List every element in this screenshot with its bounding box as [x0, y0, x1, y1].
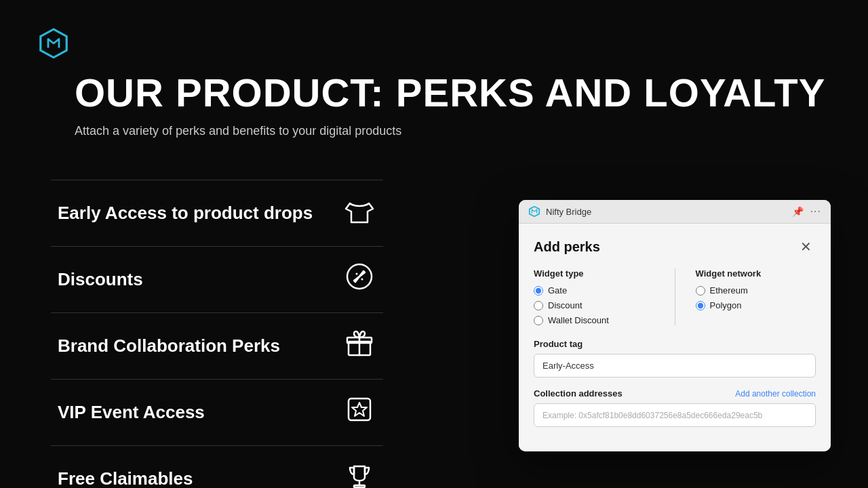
widget-network-label: Widget network [696, 268, 816, 279]
radio-polygon-input[interactable] [696, 301, 705, 310]
collection-header: Collection addresses Add another collect… [534, 388, 816, 399]
perk-label: VIP Event Access [58, 402, 205, 423]
perk-icon [342, 262, 376, 298]
collection-address-input[interactable] [534, 403, 816, 427]
radio-wallet-discount-input[interactable] [534, 316, 543, 325]
perk-item: Discounts [51, 247, 383, 313]
perk-icon [342, 195, 376, 231]
more-options-icon[interactable]: ··· [810, 205, 821, 218]
radio-polygon[interactable]: Polygon [696, 300, 816, 310]
perk-item: Early Access to product drops [51, 180, 383, 247]
perk-item: Brand Collaboration Perks [51, 313, 383, 380]
svg-marker-7 [352, 403, 367, 416]
perk-item: Free Claimables [51, 446, 383, 488]
radio-polygon-label: Polygon [710, 300, 742, 310]
page-subtitle: Attach a variety of perks and benefits t… [75, 124, 825, 138]
radio-ethereum-label: Ethereum [710, 285, 748, 296]
titlebar-actions: 📌 ··· [792, 205, 821, 218]
perk-label: Early Access to product drops [58, 203, 313, 224]
radio-discount-label: Discount [548, 300, 583, 310]
widget-body: Add perks ✕ Widget type Gate Discount [519, 224, 831, 451]
radio-discount[interactable]: Discount [534, 300, 654, 310]
product-tag-field: Product tag [534, 339, 816, 378]
perk-item: VIP Event Access [51, 380, 383, 446]
nifty-bridge-icon [528, 205, 540, 218]
widget-titlebar-title: Nifty Bridge [546, 207, 787, 217]
form-type-network-row: Widget type Gate Discount Wallet Discoun… [534, 268, 816, 325]
perk-label: Free Claimables [58, 468, 193, 488]
radio-ethereum-input[interactable] [696, 286, 705, 296]
divider [675, 268, 675, 325]
perks-list: Early Access to product dropsDiscountsBr… [51, 180, 383, 488]
widget-network-section: Widget network Ethereum Polygon [696, 268, 816, 325]
radio-gate-input[interactable] [534, 286, 543, 296]
perk-label: Brand Collaboration Perks [58, 336, 280, 357]
perk-icon [342, 328, 376, 364]
perk-icon [342, 461, 376, 488]
perk-icon [342, 394, 376, 430]
widget-header-row: Add perks ✕ [534, 237, 816, 256]
widget-titlebar: Nifty Bridge 📌 ··· [519, 200, 831, 224]
collection-addresses-label: Collection addresses [534, 388, 623, 399]
widget-network-radio-group: Ethereum Polygon [696, 285, 816, 310]
collection-addresses-field: Collection addresses Add another collect… [534, 388, 816, 427]
widget-type-label: Widget type [534, 268, 654, 279]
perk-label: Discounts [58, 269, 143, 290]
radio-ethereum[interactable]: Ethereum [696, 285, 816, 296]
svg-rect-9 [354, 485, 365, 487]
radio-wallet-discount[interactable]: Wallet Discount [534, 315, 654, 325]
radio-gate[interactable]: Gate [534, 285, 654, 296]
add-perks-title: Add perks [534, 239, 600, 255]
add-another-collection-link[interactable]: Add another collection [735, 389, 816, 399]
close-button[interactable]: ✕ [796, 237, 816, 256]
radio-gate-label: Gate [548, 285, 567, 296]
product-tag-input[interactable] [534, 354, 816, 378]
pin-icon[interactable]: 📌 [792, 206, 804, 217]
svg-rect-6 [349, 399, 370, 420]
radio-wallet-discount-label: Wallet Discount [548, 315, 609, 325]
page-title: OUR PRODUCT: PERKS AND LOYALTY [75, 71, 825, 115]
header-section: OUR PRODUCT: PERKS AND LOYALTY Attach a … [75, 71, 825, 138]
radio-discount-input[interactable] [534, 301, 543, 310]
product-tag-label: Product tag [534, 339, 816, 349]
widget-type-section: Widget type Gate Discount Wallet Discoun… [534, 268, 654, 325]
widget-panel: Nifty Bridge 📌 ··· Add perks ✕ Widget ty… [519, 200, 831, 451]
logo [37, 27, 70, 62]
widget-type-radio-group: Gate Discount Wallet Discount [534, 285, 654, 325]
